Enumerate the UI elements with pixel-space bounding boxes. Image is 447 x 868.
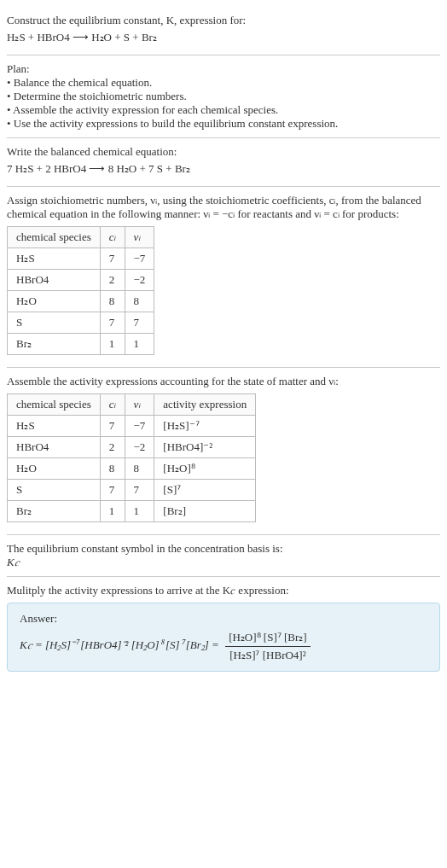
answer-label: Answer: [20, 612, 427, 626]
col-species: chemical species [8, 227, 101, 248]
table-row: HBrO4 2 −2 [8, 270, 154, 291]
table-row: H₂S 7 −7 [8, 248, 154, 270]
cell-vi: 7 [125, 480, 154, 501]
activity-section: Assemble the activity expressions accoun… [7, 368, 440, 535]
problem-line1: Construct the equilibrium constant, K, e… [7, 14, 440, 27]
plan-section: Plan: • Balance the chemical equation. •… [7, 55, 440, 138]
kc-numerator: [H₂O]⁸ [S]⁷ [Br₂] [225, 631, 310, 647]
cell-vi: −7 [125, 248, 154, 270]
stoich-section: Assign stoichiometric numbers, νᵢ, using… [7, 187, 440, 368]
cell-vi: 1 [125, 501, 154, 522]
col-species: chemical species [8, 394, 101, 416]
plan-item: • Determine the stoichiometric numbers. [7, 90, 440, 103]
kc-lhs: K𝑐 = [H₂S]⁻⁷ [HBrO4]⁻² [H₂O]⁸ [S]⁷ [Br₂]… [20, 638, 222, 651]
table-row: Br₂ 1 1 [8, 334, 154, 355]
table-row: Br₂ 1 1 [Br₂] [8, 501, 256, 522]
cell-species: Br₂ [8, 501, 101, 522]
multiply-intro: Mulitply the activity expressions to arr… [7, 584, 440, 597]
activity-intro: Assemble the activity expressions accoun… [7, 375, 440, 388]
kc-expression: K𝑐 = [H₂S]⁻⁷ [HBrO4]⁻² [H₂O]⁸ [S]⁷ [Br₂]… [20, 631, 427, 662]
unbalanced-equation: H₂S + HBrO4 ⟶ H₂O + S + Br₂ [7, 31, 440, 44]
kc-symbol-section: The equilibrium constant symbol in the c… [7, 535, 440, 577]
balanced-section: Write the balanced chemical equation: 7 … [7, 138, 440, 187]
cell-vi: 8 [125, 458, 154, 480]
cell-species: H₂S [8, 248, 101, 270]
col-vi: νᵢ [125, 227, 154, 248]
kc-symbol-intro: The equilibrium constant symbol in the c… [7, 542, 440, 556]
cell-vi: 7 [125, 312, 154, 334]
plan-item: • Use the activity expressions to build … [7, 117, 440, 131]
table-row: HBrO4 2 −2 [HBrO4]⁻² [8, 437, 256, 458]
cell-vi: 8 [125, 291, 154, 312]
activity-table: chemical species cᵢ νᵢ activity expressi… [7, 393, 256, 522]
cell-species: H₂O [8, 291, 101, 312]
cell-ci: 1 [100, 334, 125, 355]
cell-ci: 7 [100, 248, 125, 270]
stoich-intro: Assign stoichiometric numbers, νᵢ, using… [7, 194, 440, 221]
table-row: H₂O 8 8 [8, 291, 154, 312]
table-row: H₂O 8 8 [H₂O]⁸ [8, 458, 256, 480]
table-row: S 7 7 [S]⁷ [8, 480, 256, 501]
col-ci: cᵢ [100, 394, 125, 416]
table-row: H₂S 7 −7 [H₂S]⁻⁷ [8, 416, 256, 437]
cell-activity: [Br₂] [154, 501, 256, 522]
cell-ci: 8 [100, 291, 125, 312]
table-header-row: chemical species cᵢ νᵢ activity expressi… [8, 394, 256, 416]
answer-section: Mulitply the activity expressions to arr… [7, 577, 440, 679]
cell-vi: 1 [125, 334, 154, 355]
cell-species: HBrO4 [8, 270, 101, 291]
cell-species: H₂O [8, 458, 101, 480]
cell-species: S [8, 480, 101, 501]
cell-vi: −2 [125, 437, 154, 458]
cell-activity: [S]⁷ [154, 480, 256, 501]
kc-fraction: [H₂O]⁸ [S]⁷ [Br₂] [H₂S]⁷ [HBrO4]² [225, 631, 310, 662]
cell-ci: 2 [100, 437, 125, 458]
cell-ci: 7 [100, 480, 125, 501]
cell-ci: 8 [100, 458, 125, 480]
cell-ci: 7 [100, 312, 125, 334]
plan-item: • Assemble the activity expression for e… [7, 103, 440, 117]
answer-box: Answer: K𝑐 = [H₂S]⁻⁷ [HBrO4]⁻² [H₂O]⁸ [S… [7, 603, 440, 672]
cell-activity: [H₂S]⁻⁷ [154, 416, 256, 437]
kc-denominator: [H₂S]⁷ [HBrO4]² [225, 647, 310, 662]
cell-activity: [HBrO4]⁻² [154, 437, 256, 458]
kc-symbol: K𝑐 [7, 556, 440, 569]
table-header-row: chemical species cᵢ νᵢ [8, 227, 154, 248]
cell-ci: 7 [100, 416, 125, 437]
cell-vi: −7 [125, 416, 154, 437]
balanced-equation: 7 H₂S + 2 HBrO4 ⟶ 8 H₂O + 7 S + Br₂ [7, 162, 440, 176]
col-activity: activity expression [154, 394, 256, 416]
cell-ci: 2 [100, 270, 125, 291]
balanced-title: Write the balanced chemical equation: [7, 145, 440, 159]
cell-species: Br₂ [8, 334, 101, 355]
col-ci: cᵢ [100, 227, 125, 248]
cell-ci: 1 [100, 501, 125, 522]
cell-species: HBrO4 [8, 437, 101, 458]
plan-title: Plan: [7, 62, 440, 76]
problem-statement: Construct the equilibrium constant, K, e… [7, 7, 440, 55]
cell-species: H₂S [8, 416, 101, 437]
cell-species: S [8, 312, 101, 334]
plan-item: • Balance the chemical equation. [7, 76, 440, 90]
cell-vi: −2 [125, 270, 154, 291]
table-row: S 7 7 [8, 312, 154, 334]
cell-activity: [H₂O]⁸ [154, 458, 256, 480]
col-vi: νᵢ [125, 394, 154, 416]
stoich-table: chemical species cᵢ νᵢ H₂S 7 −7 HBrO4 2 … [7, 226, 154, 355]
